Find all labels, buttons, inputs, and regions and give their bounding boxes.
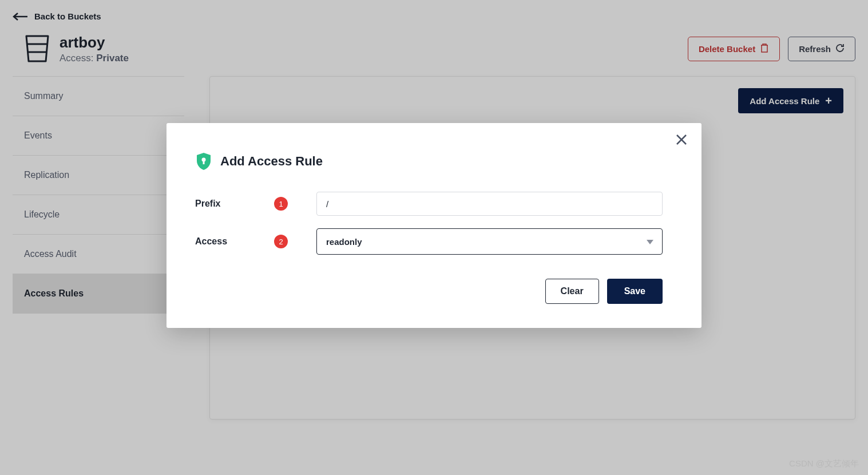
shield-icon [195, 152, 212, 171]
svg-rect-6 [203, 160, 205, 164]
access-row: Access 2 readonly [195, 228, 663, 255]
prefix-label-wrap: Prefix 1 [195, 197, 316, 211]
annotation-badge-2: 2 [274, 235, 288, 248]
add-access-rule-modal: Add Access Rule Prefix 1 Access 2 readon… [167, 123, 701, 328]
prefix-label: Prefix [195, 199, 220, 209]
modal-close-button[interactable] [675, 133, 688, 146]
clear-button[interactable]: Clear [545, 279, 599, 304]
prefix-input[interactable] [316, 192, 663, 216]
watermark: CSDN @文艺倾年 [789, 458, 859, 469]
save-button[interactable]: Save [607, 279, 663, 304]
prefix-row: Prefix 1 [195, 192, 663, 216]
access-select[interactable]: readonly [316, 228, 663, 255]
annotation-badge-1: 1 [274, 197, 288, 211]
modal-title: Add Access Rule [220, 154, 323, 169]
access-select-wrap: readonly [316, 228, 663, 255]
access-label-wrap: Access 2 [195, 235, 316, 248]
modal-header: Add Access Rule [195, 152, 663, 171]
close-icon [675, 133, 688, 146]
modal-overlay: Add Access Rule Prefix 1 Access 2 readon… [0, 0, 868, 475]
modal-actions: Clear Save [195, 279, 663, 304]
access-label: Access [195, 236, 227, 247]
